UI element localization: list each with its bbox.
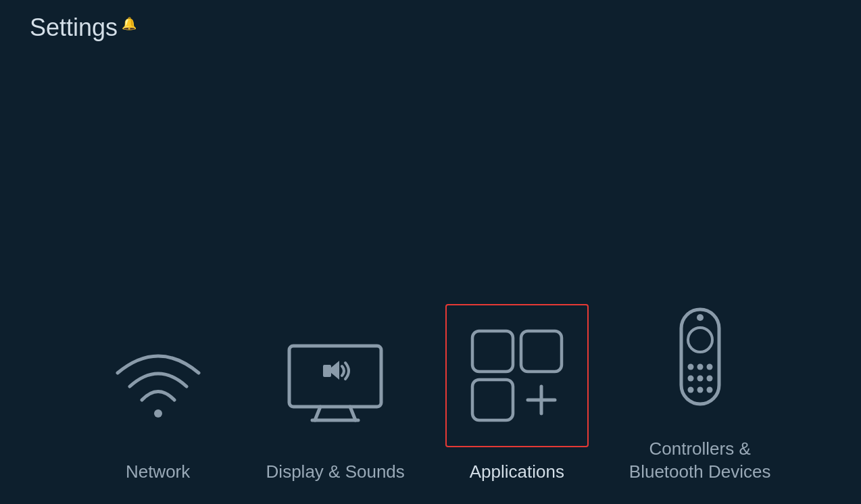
page-title: Settings 🔔 — [30, 14, 137, 42]
svg-line-2 — [315, 407, 320, 420]
remote-control-icon — [646, 303, 754, 411]
svg-point-22 — [706, 387, 712, 393]
svg-point-0 — [154, 409, 162, 418]
svg-point-13 — [697, 314, 704, 321]
applications-icon-area — [456, 315, 578, 436]
svg-rect-6 — [472, 331, 513, 372]
svg-rect-8 — [472, 380, 513, 420]
applications-icon-wrapper — [445, 304, 589, 447]
svg-point-12 — [688, 328, 712, 352]
svg-point-17 — [687, 376, 693, 382]
notification-bell-icon: 🔔 — [122, 16, 137, 31]
network-icon-wrapper — [91, 312, 226, 447]
svg-point-14 — [687, 364, 693, 370]
display-sounds-icon — [281, 326, 389, 434]
settings-item-network[interactable]: Network — [91, 312, 226, 484]
applications-icon — [463, 322, 571, 430]
wifi-icon — [104, 326, 212, 434]
svg-point-15 — [697, 364, 703, 370]
settings-item-controllers-bluetooth[interactable]: Controllers &Bluetooth Devices — [629, 289, 771, 484]
display-sounds-label: Display & Sounds — [266, 461, 405, 484]
controllers-bluetooth-icon-wrapper — [633, 289, 768, 424]
svg-rect-7 — [521, 331, 562, 372]
network-label: Network — [126, 461, 190, 484]
network-icon-area — [97, 319, 219, 440]
settings-title-text: Settings — [30, 14, 118, 42]
svg-point-16 — [706, 364, 712, 370]
svg-line-3 — [350, 407, 355, 420]
display-sounds-icon-area — [274, 319, 396, 440]
controllers-bluetooth-icon-area — [639, 296, 761, 418]
svg-point-20 — [687, 387, 693, 393]
svg-rect-5 — [323, 365, 331, 377]
svg-point-18 — [697, 376, 703, 382]
settings-item-applications[interactable]: Applications — [445, 304, 589, 484]
display-sounds-icon-wrapper — [268, 312, 403, 447]
svg-point-19 — [706, 376, 712, 382]
controllers-bluetooth-label: Controllers &Bluetooth Devices — [629, 438, 771, 484]
settings-items-container: Network — [0, 289, 861, 484]
svg-point-21 — [697, 387, 703, 393]
applications-label: Applications — [470, 461, 564, 484]
settings-item-display-sounds[interactable]: Display & Sounds — [266, 312, 405, 484]
